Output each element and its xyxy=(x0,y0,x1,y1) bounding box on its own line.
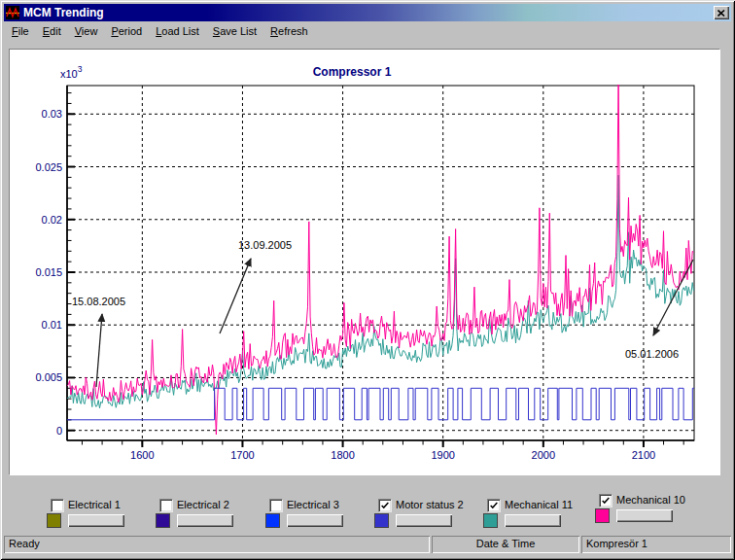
channel-checkbox[interactable] xyxy=(51,499,64,512)
chart-title: Compressor 1 xyxy=(313,65,392,79)
y-tick-label: 0.02 xyxy=(42,214,62,226)
channel-color-swatch xyxy=(156,513,170,528)
channel-color-swatch xyxy=(47,513,61,528)
channel-group: Mechanical 10 xyxy=(595,494,706,527)
series-line-mechanical-11 xyxy=(67,175,694,408)
channel-color-swatch xyxy=(483,513,498,528)
menu-period[interactable]: Period xyxy=(104,23,149,40)
app-window: MCM Trending File Edit View Period Load … xyxy=(0,0,735,560)
x-tick-label: 1900 xyxy=(431,449,454,461)
channel-checkbox[interactable] xyxy=(599,494,612,508)
y-tick-label: 0.01 xyxy=(42,319,62,331)
series-line-motor-status-2 xyxy=(67,388,694,420)
channel-button[interactable] xyxy=(396,514,452,527)
channel-group: Electrical 2 xyxy=(156,499,266,532)
channel-checkbox[interactable] xyxy=(159,499,173,512)
channel-group: Motor status 2 xyxy=(374,499,485,532)
menu-load-list[interactable]: Load List xyxy=(149,23,206,40)
x-tick-label: 1600 xyxy=(130,449,154,461)
status-source: Kompresör 1 xyxy=(581,536,731,553)
status-ready: Ready xyxy=(4,536,430,553)
chart-svg: Compressor 1 x103 00.0050.010.0150.020.0… xyxy=(10,50,719,474)
channel-label: Mechanical 11 xyxy=(505,499,573,510)
channel-group: Electrical 3 xyxy=(265,499,376,532)
x-tick-label: 2100 xyxy=(632,449,655,461)
chart-panel: Compressor 1 x103 00.0050.010.0150.020.0… xyxy=(9,49,720,475)
channel-color-swatch xyxy=(595,508,610,523)
app-trend-icon xyxy=(6,6,19,19)
annotation-label: 13.09.2005 xyxy=(238,239,292,251)
x-tick-label: 1700 xyxy=(230,449,254,461)
menu-save-list[interactable]: Save List xyxy=(206,23,263,40)
status-date-time: Date & Time xyxy=(432,536,579,553)
y-tick-label: 0 xyxy=(56,425,62,437)
check-icon xyxy=(380,501,390,510)
window-title: MCM Trending xyxy=(23,6,714,19)
channel-label: Motor status 2 xyxy=(396,499,464,510)
x-tick-label: 2000 xyxy=(532,449,555,461)
channel-checkbox[interactable] xyxy=(269,499,283,512)
channel-controls: Real Time Update Electrical 1 Electrical… xyxy=(0,473,735,534)
channel-color-swatch xyxy=(265,513,280,528)
channel-button[interactable] xyxy=(505,514,561,527)
close-icon xyxy=(718,10,725,17)
y-scale-label: x103 xyxy=(60,64,83,80)
annotation-arrow xyxy=(653,260,693,335)
menu-edit[interactable]: Edit xyxy=(36,23,68,40)
close-button[interactable] xyxy=(714,6,729,19)
series-line-mechanical-10 xyxy=(67,72,694,435)
menu-bar: File Edit View Period Load List Save Lis… xyxy=(4,22,732,40)
channel-checkbox[interactable] xyxy=(487,499,501,512)
menu-file[interactable]: File xyxy=(5,23,36,40)
x-tick-label: 1800 xyxy=(331,449,354,461)
channel-button[interactable] xyxy=(287,514,343,527)
channel-button[interactable] xyxy=(68,514,124,527)
title-bar: MCM Trending xyxy=(4,4,731,21)
annotation-label: 05.01.2006 xyxy=(625,348,679,360)
y-tick-label: 0.025 xyxy=(35,161,62,173)
status-bar: Ready Date & Time Kompresör 1 xyxy=(4,536,731,553)
check-icon xyxy=(489,501,499,510)
channel-label: Electrical 3 xyxy=(287,499,339,510)
channel-button[interactable] xyxy=(616,509,673,522)
annotation-arrow xyxy=(220,259,251,333)
y-tick-label: 0.005 xyxy=(35,371,62,383)
plot-border xyxy=(67,86,694,440)
menu-refresh[interactable]: Refresh xyxy=(263,23,315,40)
annotation-label: 15.08.2005 xyxy=(72,296,125,307)
menu-view[interactable]: View xyxy=(68,23,105,40)
channel-checkbox[interactable] xyxy=(378,499,392,512)
channel-label: Electrical 2 xyxy=(177,499,229,510)
channel-button[interactable] xyxy=(177,514,233,527)
channel-color-swatch xyxy=(374,513,389,528)
check-icon xyxy=(601,496,611,506)
channel-label: Electrical 1 xyxy=(68,499,121,510)
channel-group: Electrical 1 xyxy=(47,499,158,532)
channel-group: Mechanical 11 xyxy=(483,499,594,532)
y-tick-label: 0.015 xyxy=(35,266,62,278)
channel-label: Mechanical 10 xyxy=(616,494,685,506)
y-tick-label: 0.03 xyxy=(42,108,62,120)
